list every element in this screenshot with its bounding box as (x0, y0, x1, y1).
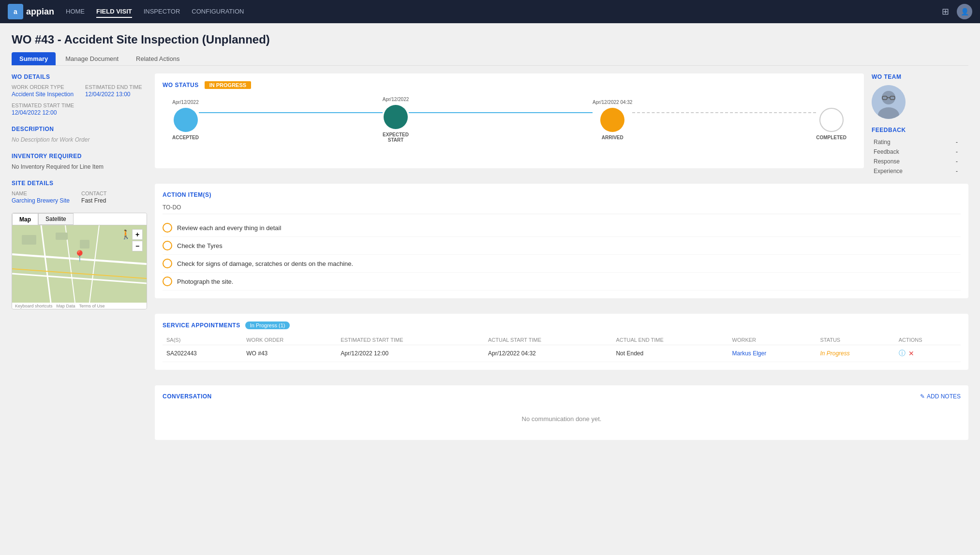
info-icon[interactable]: ⓘ (899, 349, 906, 358)
todo-text: Check the Tyres (177, 242, 223, 249)
step-completed-label: COMPLETED (816, 135, 846, 140)
avatar[interactable]: 👤 (957, 4, 972, 19)
navbar: a appian HOME FIELD VISIT INSPECTOR CONF… (0, 0, 980, 23)
sa-column-header: WORKER (728, 335, 817, 345)
description-text: No Description for Work Order (12, 136, 147, 143)
feedback-row: Feedback- (872, 147, 968, 157)
sa-column-header: STATUS (816, 335, 894, 345)
center-right-panel: WO STATUS IN PROGRESS Apr/12/2022 ACCEPT… (155, 73, 968, 440)
step-expected-label: EXPECTEDSTART (383, 132, 409, 143)
main-layout: WO DETAILS WORK ORDER TYPE Accident Site… (12, 73, 968, 440)
wo-team-title: WO TEAM (872, 73, 968, 80)
map-zoom-in[interactable]: + (132, 229, 143, 240)
site-details-section: SITE DETAILS NAME Garching Brewery Site … (12, 180, 147, 309)
site-contact-value: Fast Fred (81, 197, 106, 204)
map-footer-terms: Terms of Use (79, 304, 105, 308)
add-notes-label: ADD NOTES (927, 393, 961, 400)
page-title: WO #43 - Accident Site Inspection (Unpla… (12, 33, 968, 46)
close-icon[interactable]: ✕ (908, 350, 914, 357)
step-accepted-label: ACCEPTED (172, 135, 199, 140)
description-section: DESCRIPTION No Description for Work Orde… (12, 126, 147, 143)
step-expected: Apr/12/2022 EXPECTEDSTART (383, 97, 409, 143)
map-zoom-out[interactable]: − (132, 241, 143, 251)
tab-manage-document[interactable]: Manage Document (58, 52, 126, 65)
map-footer-data: Map Data (57, 304, 75, 308)
sa-worker[interactable]: Markus Elger (728, 345, 817, 362)
sa-status: In Progress (816, 345, 894, 362)
feedback-row: Rating- (872, 137, 968, 147)
action-items-section: ACTION ITEM(S) TO-DO Review each and eve… (155, 184, 968, 298)
connector-3 (632, 112, 816, 113)
sa-column-header: WORK ORDER (242, 335, 337, 345)
add-notes-button[interactable]: ✎ ADD NOTES (920, 393, 961, 400)
feedback-value: - (954, 137, 968, 147)
site-details-title: SITE DETAILS (12, 180, 147, 187)
feedback-row: Response- (872, 157, 968, 166)
step-completed-date (831, 100, 832, 105)
nav-home[interactable]: HOME (66, 6, 85, 18)
step-accepted: Apr/12/2022 ACCEPTED (172, 100, 199, 140)
todo-circle (163, 223, 172, 233)
step-accepted-date: Apr/12/2022 (172, 100, 199, 105)
site-name-label: NAME (12, 190, 70, 196)
team-avatar (872, 85, 906, 119)
nav-field-visit[interactable]: FIELD VISIT (96, 6, 132, 18)
wo-status-section: WO STATUS IN PROGRESS Apr/12/2022 ACCEPT… (155, 73, 864, 168)
nav-inspector[interactable]: INSPECTOR (144, 6, 180, 18)
site-name-value[interactable]: Garching Brewery Site (12, 197, 70, 204)
todo-item[interactable]: Review each and every thing in detail (163, 219, 961, 237)
feedback-value: - (954, 147, 968, 157)
connector-2 (409, 112, 593, 113)
service-title: SERVICE APPOINTMENTS (163, 322, 240, 329)
feedback-field: Response (872, 157, 954, 166)
todo-item[interactable]: Photograph the site. (163, 273, 961, 291)
feedback-value: - (954, 157, 968, 166)
est-start-time-value: 12/04/2022 12:00 (12, 109, 147, 116)
grid-icon[interactable]: ⊞ (942, 6, 949, 17)
app-logo[interactable]: a appian (8, 4, 54, 19)
tab-related-actions[interactable]: Related Actions (128, 52, 187, 65)
description-title: DESCRIPTION (12, 126, 147, 132)
inventory-text: No Inventory Required for Line Item (12, 163, 147, 170)
step-circle-completed (819, 108, 844, 132)
street-view-icon[interactable]: 🚶 (120, 229, 131, 240)
map-container: Map Satellite (12, 213, 147, 309)
worker-link[interactable]: Markus Elger (732, 350, 767, 357)
step-completed: COMPLETED (816, 100, 846, 140)
feedback-row: Experience- (872, 166, 968, 176)
inventory-title: INVENTORY REQUIRED (12, 153, 147, 160)
nav-configuration[interactable]: CONFIGURATION (192, 6, 244, 18)
map-marker: 📍 (73, 250, 86, 263)
sa-column-header: ACTUAL END TIME (612, 335, 728, 345)
map-footer-shortcuts: Keyboard shortcuts (15, 304, 53, 308)
sa-row: SA2022443 WO #43 Apr/12/2022 12:00 Apr/1… (163, 345, 961, 362)
action-items-title: ACTION ITEM(S) (163, 191, 961, 198)
map-controls: + − (132, 229, 143, 251)
sa-actions: ⓘ ✕ (895, 345, 961, 362)
sa-actual-end: Not Ended (612, 345, 728, 362)
tab-summary[interactable]: Summary (12, 52, 56, 65)
map-tab-satellite[interactable]: Satellite (38, 213, 74, 225)
connector-1 (199, 112, 383, 113)
logo-icon: a (8, 4, 23, 19)
conversation-title: CONVERSATION (163, 393, 212, 400)
service-header: SERVICE APPOINTMENTS In Progress (1) (163, 321, 961, 329)
todo-circle (163, 277, 172, 286)
conversation-section: CONVERSATION ✎ ADD NOTES No communicatio… (155, 385, 968, 440)
todo-item[interactable]: Check for signs of damage, scratches or … (163, 255, 961, 273)
status-badge: IN PROGRESS (205, 81, 251, 89)
map-tab-map[interactable]: Map (12, 213, 38, 225)
feedback-field: Experience (872, 166, 954, 176)
est-end-time-label: ESTIMATED END TIME (85, 84, 142, 90)
sa-id: SA2022443 (163, 345, 242, 362)
no-communication-text: No communication done yet. (163, 406, 961, 432)
step-circle-accepted (174, 108, 198, 132)
todo-item[interactable]: Check the Tyres (163, 237, 961, 255)
work-order-type-value[interactable]: Accident Site Inspection (12, 91, 74, 98)
step-arrived: Apr/12/2022 04:32 ARRIVED (593, 100, 632, 140)
map-body[interactable]: 📍 + − 🚶 (12, 225, 147, 303)
todo-circle (163, 259, 172, 268)
feedback-field: Rating (872, 137, 954, 147)
page-container: WO #43 - Accident Site Inspection (Unpla… (0, 23, 980, 555)
inventory-section: INVENTORY REQUIRED No Inventory Required… (12, 153, 147, 170)
